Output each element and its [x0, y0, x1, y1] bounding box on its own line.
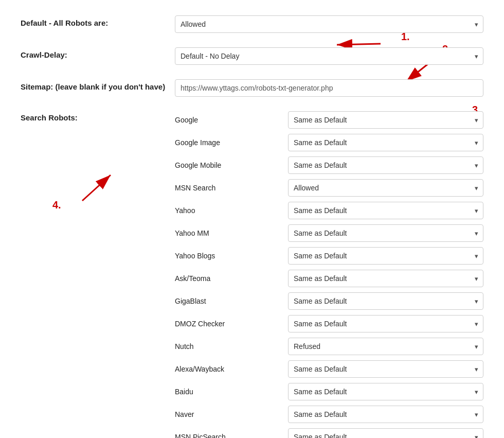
sitemap-label: Sitemap: (leave blank if you don't have) — [21, 79, 175, 91]
robot-select-wrapper-2: Same as DefaultAllowedRefused — [288, 156, 483, 174]
robot-select-wrapper-12: Same as DefaultAllowedRefused — [288, 383, 483, 400]
robot-select-wrap-10: Same as DefaultAllowedRefused — [288, 338, 483, 355]
page-wrapper: 1. 2. 3. 4. Default - All Robots are: Al… — [21, 15, 483, 438]
robot-select-8[interactable]: Same as DefaultAllowedRefused — [288, 292, 483, 310]
robot-row: Yahoo MMSame as DefaultAllowedRefused — [175, 224, 483, 242]
robot-select-wrapper-0: Same as DefaultAllowedRefused — [288, 111, 483, 129]
crawl-delay-control: Default - No Delay30 seconds60 seconds — [175, 47, 483, 65]
robot-select-wrapper-3: Same as DefaultAllowedRefused — [288, 179, 483, 197]
robot-select-wrapper-11: Same as DefaultAllowedRefused — [288, 360, 483, 378]
crawl-delay-select[interactable]: Default - No Delay30 seconds60 seconds — [175, 47, 483, 65]
robot-select-wrap-5: Same as DefaultAllowedRefused — [288, 224, 483, 242]
robot-select-1[interactable]: Same as DefaultAllowedRefused — [288, 134, 483, 151]
sitemap-control — [175, 79, 483, 97]
robot-select-wrapper-14: Same as DefaultAllowedRefused — [288, 428, 483, 438]
default-robots-row: Default - All Robots are: AllowedRefused — [21, 15, 483, 33]
robot-select-wrapper-13: Same as DefaultAllowedRefused — [288, 406, 483, 423]
robot-select-7[interactable]: Same as DefaultAllowedRefused — [288, 270, 483, 287]
robot-select-6[interactable]: Same as DefaultAllowedRefused — [288, 247, 483, 265]
robot-name-4: Yahoo — [175, 206, 288, 215]
robot-select-4[interactable]: Same as DefaultAllowedRefused — [288, 202, 483, 219]
robot-select-9[interactable]: Same as DefaultAllowedRefused — [288, 315, 483, 332]
robot-select-wrap-11: Same as DefaultAllowedRefused — [288, 360, 483, 378]
robot-row: GigaBlastSame as DefaultAllowedRefused — [175, 292, 483, 310]
robot-name-5: Yahoo MM — [175, 229, 288, 237]
robot-name-14: MSN PicSearch — [175, 433, 288, 438]
robot-select-wrapper-8: Same as DefaultAllowedRefused — [288, 292, 483, 310]
crawl-delay-label: Crawl-Delay: — [21, 47, 175, 59]
robot-select-wrap-12: Same as DefaultAllowedRefused — [288, 383, 483, 400]
robot-select-3[interactable]: Same as DefaultAllowedRefused — [288, 179, 483, 197]
robot-row: GoogleSame as DefaultAllowedRefused — [175, 111, 483, 129]
robot-row: NutchSame as DefaultAllowedRefused — [175, 338, 483, 355]
robots-table: GoogleSame as DefaultAllowedRefusedGoogl… — [175, 111, 483, 438]
robot-name-8: GigaBlast — [175, 297, 288, 305]
robot-row: Ask/TeomaSame as DefaultAllowedRefused — [175, 270, 483, 287]
robot-select-wrap-7: Same as DefaultAllowedRefused — [288, 270, 483, 287]
search-robots-section: Search Robots: GoogleSame as DefaultAllo… — [21, 111, 483, 438]
robot-select-wrap-3: Same as DefaultAllowedRefused — [288, 179, 483, 197]
sitemap-row: Sitemap: (leave blank if you don't have) — [21, 79, 483, 97]
svg-line-0 — [337, 44, 381, 45]
robot-select-wrap-6: Same as DefaultAllowedRefused — [288, 247, 483, 265]
robot-select-wrapper-4: Same as DefaultAllowedRefused — [288, 202, 483, 219]
robot-name-0: Google — [175, 116, 288, 124]
robot-name-10: Nutch — [175, 342, 288, 351]
robot-select-12[interactable]: Same as DefaultAllowedRefused — [288, 383, 483, 400]
robot-name-13: Naver — [175, 410, 288, 418]
robot-row: Google ImageSame as DefaultAllowedRefuse… — [175, 134, 483, 151]
robot-row: BaiduSame as DefaultAllowedRefused — [175, 383, 483, 400]
robot-select-wrap-13: Same as DefaultAllowedRefused — [288, 406, 483, 423]
default-robots-select-wrapper: AllowedRefused — [175, 15, 483, 33]
robot-row: MSN PicSearchSame as DefaultAllowedRefus… — [175, 428, 483, 438]
robot-select-2[interactable]: Same as DefaultAllowedRefused — [288, 156, 483, 174]
robot-row: YahooSame as DefaultAllowedRefused — [175, 202, 483, 219]
robot-row: Yahoo BlogsSame as DefaultAllowedRefused — [175, 247, 483, 265]
robot-name-2: Google Mobile — [175, 161, 288, 169]
robot-select-10[interactable]: Same as DefaultAllowedRefused — [288, 338, 483, 355]
robot-name-11: Alexa/Wayback — [175, 365, 288, 373]
robot-select-wrapper-7: Same as DefaultAllowedRefused — [288, 270, 483, 287]
robot-name-3: MSN Search — [175, 184, 288, 192]
robot-name-9: DMOZ Checker — [175, 320, 288, 328]
robot-select-wrap-4: Same as DefaultAllowedRefused — [288, 202, 483, 219]
default-robots-select[interactable]: AllowedRefused — [175, 15, 483, 33]
robot-select-13[interactable]: Same as DefaultAllowedRefused — [288, 406, 483, 423]
robot-select-wrap-14: Same as DefaultAllowedRefused — [288, 428, 483, 438]
crawl-delay-select-wrapper: Default - No Delay30 seconds60 seconds — [175, 47, 483, 65]
sitemap-input[interactable] — [175, 79, 483, 97]
robot-select-wrapper-10: Same as DefaultAllowedRefused — [288, 338, 483, 355]
robot-row: Alexa/WaybackSame as DefaultAllowedRefus… — [175, 360, 483, 378]
robot-select-wrapper-9: Same as DefaultAllowedRefused — [288, 315, 483, 332]
robot-name-1: Google Image — [175, 138, 288, 147]
robot-select-wrap-0: Same as DefaultAllowedRefused — [288, 111, 483, 129]
robot-select-0[interactable]: Same as DefaultAllowedRefused — [288, 111, 483, 129]
robot-select-wrapper-1: Same as DefaultAllowedRefused — [288, 134, 483, 151]
robot-name-6: Yahoo Blogs — [175, 252, 288, 260]
robot-select-wrapper-5: Same as DefaultAllowedRefused — [288, 224, 483, 242]
robot-select-wrap-2: Same as DefaultAllowedRefused — [288, 156, 483, 174]
robot-row: NaverSame as DefaultAllowedRefused — [175, 406, 483, 423]
robot-select-wrapper-6: Same as DefaultAllowedRefused — [288, 247, 483, 265]
robot-name-12: Baidu — [175, 388, 288, 396]
robot-row: Google MobileSame as DefaultAllowedRefus… — [175, 156, 483, 174]
default-robots-control: AllowedRefused — [175, 15, 483, 33]
robot-select-wrap-1: Same as DefaultAllowedRefused — [288, 134, 483, 151]
robot-select-wrap-9: Same as DefaultAllowedRefused — [288, 315, 483, 332]
robot-select-5[interactable]: Same as DefaultAllowedRefused — [288, 224, 483, 242]
robot-select-11[interactable]: Same as DefaultAllowedRefused — [288, 360, 483, 378]
robot-select-wrap-8: Same as DefaultAllowedRefused — [288, 292, 483, 310]
crawl-delay-row: Crawl-Delay: Default - No Delay30 second… — [21, 47, 483, 65]
robot-row: MSN SearchSame as DefaultAllowedRefused — [175, 179, 483, 197]
robot-row: DMOZ CheckerSame as DefaultAllowedRefuse… — [175, 315, 483, 332]
search-robots-label: Search Robots: — [21, 111, 175, 122]
default-robots-label: Default - All Robots are: — [21, 15, 175, 27]
robot-select-14[interactable]: Same as DefaultAllowedRefused — [288, 428, 483, 438]
robot-name-7: Ask/Teoma — [175, 274, 288, 283]
